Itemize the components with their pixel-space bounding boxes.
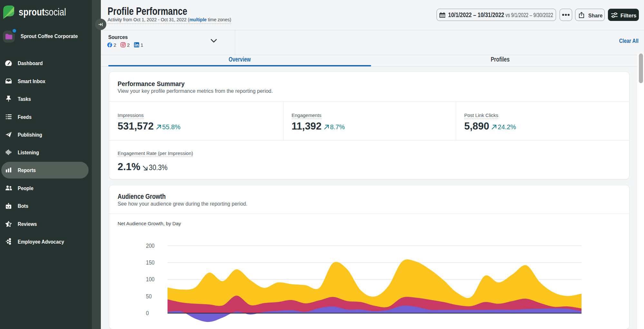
svg-text:50: 50 <box>146 293 152 300</box>
svg-text:0: 0 <box>146 310 149 316</box>
svg-text:150: 150 <box>146 259 155 266</box>
svg-text:200: 200 <box>146 243 155 249</box>
svg-text:100: 100 <box>146 276 155 283</box>
